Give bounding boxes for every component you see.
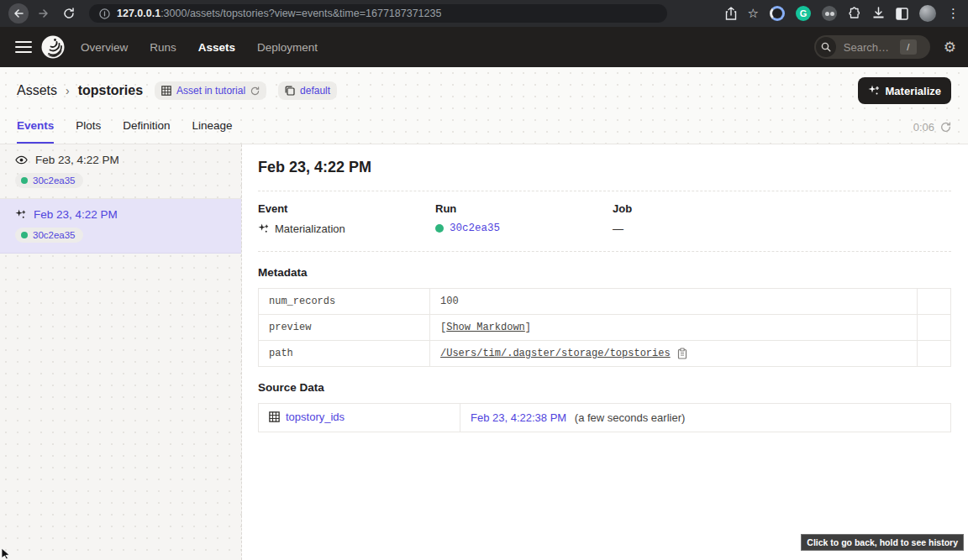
browser-profile-avatar[interactable]	[919, 5, 936, 22]
search-icon-wrap	[816, 37, 836, 57]
reload-tag-icon[interactable]	[250, 86, 260, 96]
nav-item-overview[interactable]: Overview	[81, 41, 128, 54]
hamburger-menu-icon[interactable]	[15, 41, 32, 53]
search-input[interactable]	[842, 40, 894, 55]
address-bar[interactable]: 127.0.0.1:3000/assets/topstories?view=ev…	[89, 4, 667, 23]
run-column: Run 30c2ea35	[435, 202, 613, 235]
source-timestamp: Feb 23, 4:22:38 PM	[471, 411, 566, 424]
table-icon	[269, 411, 280, 422]
nav-item-deployment[interactable]: Deployment	[257, 41, 318, 54]
metadata-key: path	[259, 341, 430, 367]
search-icon	[821, 42, 831, 52]
source-data-row: topstory_ids Feb 23, 4:22:38 PM (a few s…	[259, 404, 951, 432]
extension-icon-blue[interactable]	[770, 6, 785, 21]
copies-icon	[285, 86, 295, 96]
metadata-heading: Metadata	[258, 266, 951, 279]
url-path: :3000/assets/topstories?view=events&time…	[160, 8, 441, 19]
materialization-sparkle-icon	[15, 209, 26, 220]
upstream-asset-link[interactable]: topstory_ids	[269, 411, 345, 423]
run-id-badge[interactable]: 30c2ea35	[15, 173, 83, 188]
table-icon	[161, 86, 171, 96]
metadata-value: [Show Markdown]	[430, 315, 918, 341]
goggles-extension-icon[interactable]	[822, 6, 837, 21]
event-timestamp: Feb 23, 4:22 PM	[35, 154, 119, 166]
metadata-value: /Users/tim/.dagster/storage/topstories	[430, 341, 918, 367]
asset-tabs: Events Plots Definition Lineage 0:06	[17, 112, 951, 144]
main-nav: Overview Runs Assets Deployment	[81, 41, 318, 54]
run-status-dot	[21, 232, 28, 238]
event-list-item-materialization[interactable]: Feb 23, 4:22 PM 30c2ea35	[0, 199, 241, 254]
metadata-endcap-cell	[918, 289, 951, 315]
materialize-button[interactable]: Materialize	[858, 77, 951, 104]
metadata-row-preview: preview [Show Markdown]	[259, 315, 951, 341]
breadcrumb-current-asset: topstories	[78, 83, 143, 98]
downloads-icon[interactable]	[872, 7, 885, 20]
asset-group-tag-label: Asset in tutorial	[176, 85, 245, 97]
content-area: Feb 23, 4:22 PM 30c2ea35 Feb 23, 4:22 PM…	[0, 144, 968, 560]
run-id-badge[interactable]: 30c2ea35	[15, 228, 83, 243]
metadata-key: num_records	[259, 289, 430, 315]
metadata-key: preview	[259, 315, 430, 341]
share-icon[interactable]	[725, 7, 737, 20]
url-text: 127.0.0.1:3000/assets/topstories?view=ev…	[117, 8, 441, 19]
event-list-item-observation[interactable]: Feb 23, 4:22 PM 30c2ea35	[0, 144, 241, 199]
browser-back-button[interactable]	[8, 3, 29, 24]
refresh-timer: 0:06	[913, 121, 951, 144]
copy-clipboard-icon[interactable]	[677, 348, 687, 359]
extensions-puzzle-icon[interactable]	[848, 7, 861, 20]
settings-gear-icon[interactable]: ⚙	[944, 40, 956, 55]
tab-events[interactable]: Events	[17, 119, 54, 144]
run-id-text: 30c2ea35	[33, 230, 76, 240]
event-column: Event Materialization	[258, 202, 435, 235]
upstream-asset-name: topstory_ids	[286, 411, 345, 423]
event-timestamp: Feb 23, 4:22 PM	[34, 208, 118, 221]
run-label: Run	[435, 202, 613, 215]
event-type-value: Materialization	[275, 222, 345, 235]
event-list-sidebar: Feb 23, 4:22 PM 30c2ea35 Feb 23, 4:22 PM…	[0, 144, 242, 560]
tab-plots[interactable]: Plots	[76, 119, 101, 144]
tab-lineage[interactable]: Lineage	[192, 119, 233, 144]
site-info-icon[interactable]	[99, 8, 110, 19]
run-status-dot	[21, 177, 28, 184]
sparkle-icon	[868, 85, 880, 97]
metadata-row-num-records: num_records 100	[259, 289, 951, 315]
eye-icon	[15, 155, 28, 165]
breadcrumb-separator: ›	[66, 84, 70, 97]
side-panel-icon[interactable]	[896, 8, 908, 20]
grammarly-extension-icon[interactable]: G	[796, 6, 811, 21]
refresh-countdown: 0:06	[913, 121, 934, 133]
app-navbar: Overview Runs Assets Deployment / ⚙	[0, 27, 968, 67]
dagster-logo[interactable]	[40, 34, 66, 60]
search-shortcut-key: /	[900, 39, 917, 55]
run-id-link[interactable]: 30c2ea35	[450, 222, 500, 234]
materialization-sparkle-icon	[258, 223, 269, 234]
browser-reload-button[interactable]	[59, 3, 79, 24]
browser-menu-icon[interactable]: ⋮	[947, 6, 960, 21]
breadcrumb-assets-link[interactable]: Assets	[17, 83, 57, 98]
metadata-endcap-cell	[918, 341, 951, 367]
event-summary-row: Event Materialization Run 30c2ea35 Job —	[258, 191, 951, 252]
run-status-dot	[435, 224, 444, 233]
global-search[interactable]: /	[814, 35, 930, 59]
back-arrow-icon	[13, 8, 24, 19]
event-detail-title: Feb 23, 4:22 PM	[258, 159, 951, 176]
browser-actions: ☆ G ⋮	[725, 5, 960, 22]
path-link[interactable]: /Users/tim/.dagster/storage/topstories	[440, 348, 671, 359]
bookmark-star-icon[interactable]: ☆	[748, 6, 759, 21]
nav-item-assets[interactable]: Assets	[198, 41, 235, 54]
browser-forward-button[interactable]	[34, 3, 54, 24]
event-detail-panel: Feb 23, 4:22 PM Event Materialization Ru…	[242, 144, 968, 560]
nav-item-runs[interactable]: Runs	[150, 41, 176, 54]
event-label: Event	[258, 202, 435, 215]
reload-icon	[63, 8, 75, 19]
mouse-cursor	[1, 547, 11, 559]
repo-tag[interactable]: default	[278, 81, 337, 100]
breadcrumb: Assets › topstories Asset in tutorial de…	[17, 78, 951, 103]
tab-definition[interactable]: Definition	[123, 119, 170, 144]
metadata-value: 100	[430, 289, 918, 315]
asset-group-tag[interactable]: Asset in tutorial	[155, 81, 266, 100]
show-markdown-link[interactable]: Show Markdown	[446, 322, 525, 333]
back-button-tooltip: Click to go back, hold to see history	[801, 534, 964, 551]
forward-arrow-icon	[38, 8, 50, 19]
refresh-icon[interactable]	[940, 122, 951, 133]
